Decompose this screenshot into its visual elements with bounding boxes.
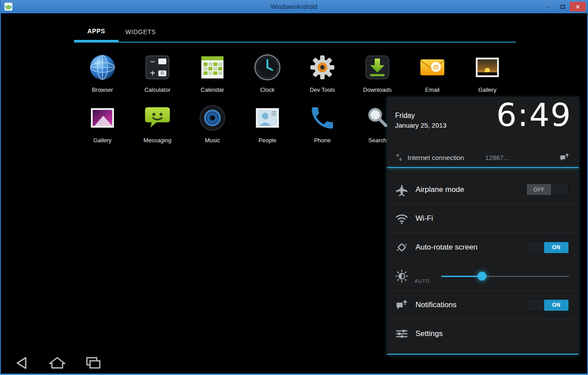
- app-phone[interactable]: Phone: [295, 104, 350, 154]
- qs-label: Settings: [416, 329, 443, 338]
- qs-row-airplane[interactable]: Airplane modeOFF: [387, 175, 579, 204]
- toggle-thumb: [527, 300, 544, 311]
- email-icon: @: [418, 53, 447, 82]
- notification-title: Internet connection: [408, 154, 485, 161]
- app-label: Music: [205, 137, 220, 144]
- devtools-icon: [308, 53, 337, 82]
- downloads-icon: [363, 53, 392, 82]
- app-label: Gallery: [93, 137, 111, 144]
- qs-label: Auto-rotate screen: [416, 243, 478, 252]
- app-label: Email: [425, 86, 440, 93]
- notifications-icon: [395, 298, 408, 312]
- svg-text:=: =: [161, 69, 165, 77]
- brightness-slider[interactable]: [441, 270, 569, 282]
- qs-label: Notifications: [416, 301, 457, 309]
- app-people[interactable]: People: [240, 104, 295, 154]
- autorotate-toggle[interactable]: ON: [526, 242, 569, 254]
- window-titlebar: WindowsAndroid – ✕: [1, 0, 587, 13]
- calendar-icon: [198, 53, 227, 82]
- app-label: Calendar: [201, 86, 224, 93]
- panel-divider: [387, 167, 579, 168]
- app-calculator[interactable]: −+=Calculator: [130, 53, 185, 104]
- app-label: Downloads: [363, 86, 392, 93]
- app-label: Phone: [314, 137, 331, 144]
- qs-label: Airplane mode: [416, 185, 464, 194]
- qs-row-wifi[interactable]: Wi-Fi: [387, 204, 579, 233]
- slider-fill: [441, 276, 482, 277]
- toggle-state-label: OFF: [527, 184, 551, 195]
- windowsandroid-window: WindowsAndroid – ✕ APPS WIDGETS Browser−…: [0, 0, 588, 375]
- rotate-icon: [395, 241, 408, 254]
- nav-recents-button[interactable]: [83, 356, 103, 370]
- app-label: Calculator: [145, 86, 171, 93]
- settings-icon: [395, 327, 408, 340]
- svg-text:@: @: [433, 63, 439, 70]
- android-screen: APPS WIDGETS Browser−+=CalculatorCalenda…: [1, 13, 587, 374]
- launcher-tabs: APPS WIDGETS: [74, 22, 163, 42]
- slider-track[interactable]: [441, 276, 569, 277]
- notification-row[interactable]: Internet connection 12867...: [387, 148, 579, 167]
- app-label: People: [259, 137, 276, 144]
- clock-block: Friday January 25, 2013 6:49: [387, 97, 579, 148]
- qs-label: Wi-Fi: [416, 214, 433, 223]
- app-browser[interactable]: Browser: [75, 53, 130, 104]
- network-updown-icon: [395, 153, 403, 161]
- app-email[interactable]: @Email: [405, 53, 460, 104]
- home-icon: [47, 356, 67, 370]
- qs-row-brightness[interactable]: AUTO: [387, 262, 579, 290]
- nav-back-button[interactable]: [12, 356, 33, 370]
- notification-count: 12867...: [485, 154, 509, 161]
- wifi-icon: [395, 212, 408, 225]
- qs-row-settings[interactable]: Settings: [387, 319, 579, 348]
- notification-message-icon: [559, 152, 570, 163]
- tab-widgets[interactable]: WIDGETS: [118, 22, 163, 42]
- toggle-thumb: [527, 242, 544, 253]
- airplane-icon: [395, 183, 408, 196]
- people-icon: [253, 104, 282, 132]
- app-downloads[interactable]: Downloads: [350, 53, 405, 104]
- app-gallery[interactable]: Gallery: [75, 104, 130, 154]
- notifications-toggle[interactable]: ON: [526, 299, 569, 311]
- nav-home-button[interactable]: [47, 356, 67, 370]
- messaging-icon: [143, 104, 172, 132]
- quick-settings-panel: Friday January 25, 2013 6:49 Internet co…: [387, 97, 579, 355]
- qs-row-notifications[interactable]: NotificationsON: [387, 290, 579, 319]
- svg-text:−: −: [150, 57, 155, 66]
- quick-settings-list: Airplane modeOFFWi-FiAuto-rotate screenO…: [387, 175, 579, 348]
- app-label: Dev Tools: [310, 86, 335, 93]
- gallery-pink-icon: [88, 104, 117, 132]
- slider-handle[interactable]: [478, 272, 486, 281]
- browser-icon: [88, 53, 117, 82]
- clock-icon: [253, 53, 282, 82]
- tab-underline: [74, 42, 516, 43]
- app-messaging[interactable]: Messaging: [130, 104, 185, 154]
- qs-row-autorotate[interactable]: Auto-rotate screenON: [387, 233, 579, 262]
- app-label: Search: [368, 137, 386, 144]
- phone-icon: [308, 104, 337, 132]
- app-calendar[interactable]: Calendar: [185, 53, 240, 104]
- recents-icon: [83, 356, 103, 370]
- app-label: Messaging: [144, 137, 172, 144]
- app-label: Clock: [260, 86, 275, 93]
- svg-text:+: +: [150, 68, 155, 78]
- app-label: Browser: [92, 86, 113, 93]
- tab-apps[interactable]: APPS: [74, 22, 118, 42]
- auto-brightness-label: AUTO: [415, 278, 430, 284]
- app-dev-tools[interactable]: Dev Tools: [295, 53, 350, 104]
- app-clock[interactable]: Clock: [240, 53, 295, 104]
- airplane-toggle[interactable]: OFF: [526, 184, 569, 195]
- clock-time: 6:49: [496, 98, 572, 132]
- app-label: Gallery: [478, 86, 496, 93]
- gallery-sunset-icon: [473, 53, 502, 82]
- toggle-thumb: [551, 184, 568, 195]
- window-title: WindowsAndroid: [1, 3, 587, 10]
- back-icon: [12, 356, 33, 370]
- toggle-state-label: ON: [544, 300, 568, 311]
- brightness-icon: [395, 270, 408, 283]
- music-icon: [198, 104, 227, 132]
- calculator-icon: −+=: [143, 53, 172, 82]
- toggle-state-label: ON: [544, 242, 568, 253]
- app-music[interactable]: Music: [185, 104, 240, 154]
